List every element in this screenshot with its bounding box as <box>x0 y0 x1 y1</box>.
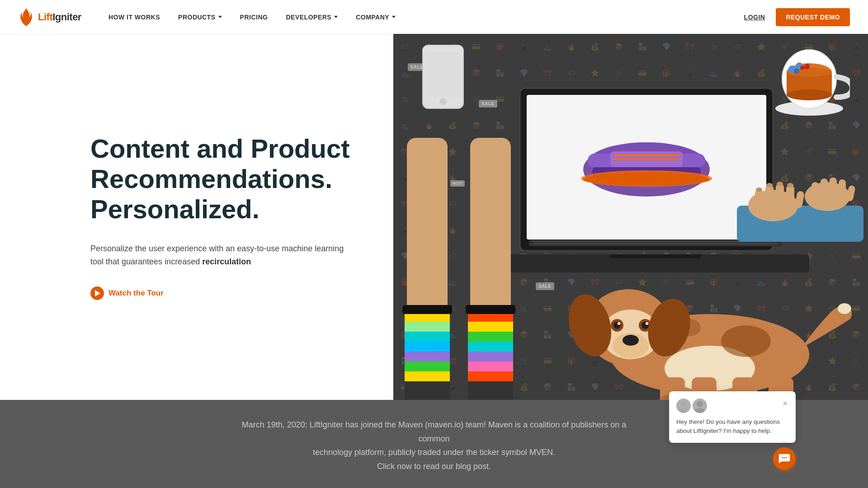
svg-point-60 <box>646 322 648 325</box>
svg-rect-93 <box>426 52 460 97</box>
svg-point-73 <box>674 319 701 337</box>
svg-point-72 <box>721 325 771 357</box>
svg-rect-35 <box>405 352 450 361</box>
sale-badge-2: SALE <box>479 100 497 108</box>
chat-widget: × Hey there! Do you have any questions a… <box>669 391 796 443</box>
logo[interactable]: LiftIgniter <box>18 8 81 26</box>
logo-text: LiftIgniter <box>38 11 81 23</box>
chat-avatars <box>676 399 707 413</box>
hero-right: 🏷⭐🛒💳🎁📱👟🔥💰📦🏪💎🎀🛍🏷⭐🛒💳🎁📱👟🔥💰📦🏪💎🎀🏷⭐🛒💳🎁📱👟🔥💰📦🏪💎🎀… <box>393 34 868 400</box>
svg-point-94 <box>439 98 447 105</box>
svg-rect-38 <box>405 381 450 400</box>
svg-point-99 <box>782 457 783 459</box>
login-link[interactable]: LOGIN <box>744 14 765 21</box>
svg-rect-33 <box>405 332 450 342</box>
svg-rect-39 <box>402 305 452 314</box>
svg-point-101 <box>786 457 787 459</box>
phone-image <box>420 43 466 111</box>
chat-fab-icon <box>778 453 790 465</box>
developers-chevron-icon <box>334 16 338 18</box>
svg-rect-45 <box>468 352 513 361</box>
nav-pricing[interactable]: PRICING <box>240 14 268 21</box>
watch-tour-button[interactable]: Watch the Tour <box>90 286 164 300</box>
svg-point-25 <box>794 68 799 74</box>
nav-company[interactable]: COMPANY <box>356 14 396 21</box>
main-nav: HOW IT WORKS PRODUCTS PRICING DEVELOPERS… <box>108 14 744 21</box>
svg-rect-48 <box>468 381 513 400</box>
legs-image <box>393 138 542 400</box>
svg-rect-77 <box>755 190 763 208</box>
svg-point-59 <box>618 322 620 325</box>
play-triangle-icon <box>95 290 100 296</box>
svg-point-27 <box>804 64 810 69</box>
svg-point-74 <box>838 303 851 314</box>
svg-point-100 <box>784 457 785 459</box>
svg-rect-44 <box>468 342 513 352</box>
chat-avatar-2 <box>693 399 707 413</box>
svg-rect-43 <box>468 332 513 342</box>
svg-rect-80 <box>786 185 794 208</box>
chat-fab-button[interactable] <box>773 447 796 470</box>
watch-tour-label: Watch the Tour <box>108 289 164 298</box>
header: LiftIgniter HOW IT WORKS PRODUCTS PRICIN… <box>0 0 868 34</box>
svg-point-26 <box>800 66 805 70</box>
nav-products[interactable]: PRODUCTS <box>178 14 222 21</box>
hands-image <box>692 115 863 242</box>
hero-content: Content and Product Recommendations. Per… <box>90 134 357 300</box>
svg-point-54 <box>623 335 639 346</box>
svg-rect-34 <box>405 342 450 352</box>
tea-cup-image <box>769 38 850 120</box>
svg-point-91 <box>787 183 793 188</box>
svg-rect-36 <box>405 361 450 371</box>
logo-flame-icon <box>18 8 34 26</box>
hero-left: Content and Product Recommendations. Per… <box>0 34 393 400</box>
svg-rect-84 <box>821 178 828 199</box>
svg-rect-79 <box>776 184 784 207</box>
svg-rect-85 <box>830 178 837 199</box>
play-circle-icon <box>90 286 104 300</box>
svg-point-88 <box>756 188 762 192</box>
svg-point-95 <box>680 401 687 407</box>
hero-description: Personalize the user experience with an … <box>90 242 357 268</box>
svg-rect-78 <box>765 185 774 208</box>
svg-point-21 <box>787 89 832 100</box>
svg-rect-46 <box>468 361 513 371</box>
nav-developers[interactable]: DEVELOPERS <box>286 14 338 21</box>
dog-image <box>529 237 868 400</box>
svg-rect-28 <box>407 138 448 328</box>
announcement-text: March 19th, 2020: LiftIgniter has joined… <box>231 418 637 473</box>
svg-point-8 <box>583 173 710 186</box>
svg-rect-32 <box>405 322 450 332</box>
hero-title: Content and Product Recommendations. Per… <box>90 134 357 224</box>
chat-close-button[interactable]: × <box>782 399 788 408</box>
svg-rect-86 <box>839 179 846 199</box>
products-chevron-icon <box>218 16 222 18</box>
svg-rect-29 <box>470 138 511 328</box>
svg-rect-83 <box>811 182 819 199</box>
svg-rect-47 <box>468 371 513 381</box>
svg-rect-42 <box>468 322 513 332</box>
hero-section: Content and Product Recommendations. Per… <box>0 34 868 400</box>
svg-point-98 <box>694 408 706 413</box>
company-chevron-icon <box>392 16 396 18</box>
svg-point-90 <box>777 182 783 186</box>
svg-point-89 <box>766 183 773 188</box>
svg-rect-49 <box>466 305 515 314</box>
svg-rect-37 <box>405 371 450 381</box>
svg-point-96 <box>678 408 689 413</box>
nav-how-it-works[interactable]: HOW IT WORKS <box>108 14 160 21</box>
chat-avatar-1 <box>676 399 691 413</box>
svg-point-97 <box>697 401 703 407</box>
chat-message: Hey there! Do you have any questions abo… <box>676 418 788 436</box>
request-demo-button[interactable]: REQUEST DEMO <box>776 8 850 26</box>
header-right: LOGIN REQUEST DEMO <box>744 8 850 26</box>
hero-keyword: recirculation <box>202 257 251 266</box>
chat-header: × <box>676 399 788 413</box>
